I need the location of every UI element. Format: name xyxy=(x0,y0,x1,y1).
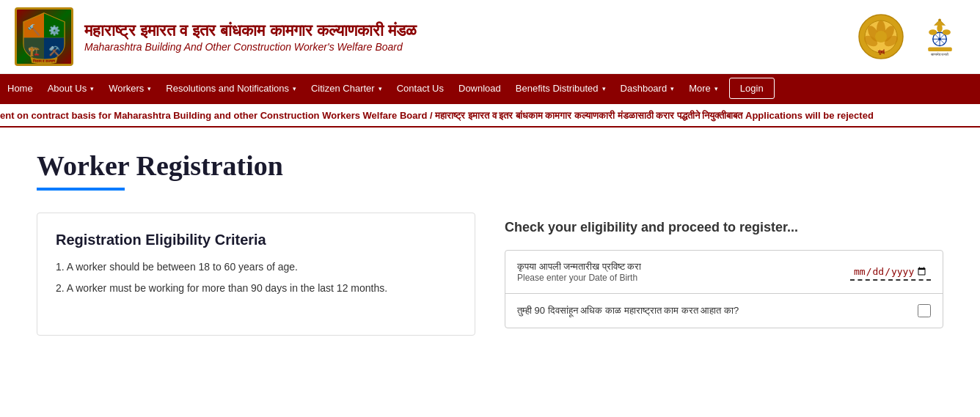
nav-items: Home About Us▾ Workers▾ Resolutions and … xyxy=(0,74,775,103)
svg-point-18 xyxy=(875,31,887,43)
dob-input[interactable] xyxy=(850,264,931,281)
ashoka-emblem-wrapper: सत्यमेव जयते xyxy=(914,11,965,62)
news-ticker: ent on contract basis for Maharashtra Bu… xyxy=(0,103,980,128)
svg-text:⚙️: ⚙️ xyxy=(48,24,61,36)
nav-item-login[interactable]: Login xyxy=(725,78,775,99)
nav-item-dashboard[interactable]: Dashboard▾ xyxy=(613,74,682,103)
eligibility-point-2: 2. A worker must be working for more tha… xyxy=(56,281,456,296)
navbar: Home About Us▾ Workers▾ Resolutions and … xyxy=(0,74,980,103)
marathi-title: महाराष्ट्र इमारत व इतर बांधकाम कामगार कल… xyxy=(84,21,417,42)
chevron-down-icon: ▾ xyxy=(670,85,674,92)
nav-item-contact[interactable]: Contact Us xyxy=(390,74,451,103)
eligibility-point-1: 1. A worker should be between 18 to 60 y… xyxy=(56,259,456,275)
ticker-text: ent on contract basis for Maharashtra Bu… xyxy=(0,110,874,122)
logo-shield: 🔨 ⚙️ 🏗️ ⚒️ निकाम व कल्याण xyxy=(15,7,73,66)
english-title: Maharashtra Building And Other Construct… xyxy=(84,41,417,53)
nav-link-workers[interactable]: Workers▾ xyxy=(101,74,158,103)
nav-link-more[interactable]: More▾ xyxy=(681,74,725,103)
dob-row: कृपया आपली जन्मतारीख प्रविष्ट करा Please… xyxy=(505,251,943,294)
chevron-down-icon: ▾ xyxy=(714,85,718,92)
days-row: तुम्ही 90 दिवसांहून अधिक काळ महाराष्ट्रा… xyxy=(505,294,943,328)
svg-rect-20 xyxy=(928,47,952,51)
header: 🔨 ⚙️ 🏗️ ⚒️ निकाम व कल्याण महाराष्ट्र इमा… xyxy=(0,0,980,74)
nav-item-citizen[interactable]: Citizen Charter▾ xyxy=(304,74,390,103)
dob-input-wrapper[interactable] xyxy=(850,264,931,281)
lotus-emblem: मुंबई xyxy=(855,11,907,62)
svg-text:⚒️: ⚒️ xyxy=(48,45,61,56)
svg-text:🔨: 🔨 xyxy=(27,23,41,36)
check-title: Check your eligibility and proceed to re… xyxy=(505,220,943,235)
nav-item-download[interactable]: Download xyxy=(451,74,508,103)
chevron-down-icon: ▾ xyxy=(293,85,296,92)
nav-item-workers[interactable]: Workers▾ xyxy=(101,74,158,103)
main-content: Worker Registration Registration Eligibi… xyxy=(0,128,980,358)
chevron-down-icon: ▾ xyxy=(379,85,382,92)
dob-english-label: Please enter your Date of Birth xyxy=(517,273,850,283)
svg-text:सत्यमेव जयते: सत्यमेव जयते xyxy=(929,51,948,56)
nav-link-login[interactable]: Login xyxy=(729,78,775,99)
chevron-down-icon: ▾ xyxy=(147,85,151,92)
svg-point-28 xyxy=(942,29,950,34)
nav-link-download[interactable]: Download xyxy=(451,74,508,103)
chevron-down-icon: ▾ xyxy=(602,85,606,92)
nav-link-about[interactable]: About Us▾ xyxy=(40,74,101,103)
eligibility-box: Registration Eligibility Criteria 1. A w… xyxy=(37,213,475,336)
svg-point-30 xyxy=(938,18,941,21)
chevron-down-icon: ▾ xyxy=(90,85,94,92)
days-input-wrapper[interactable] xyxy=(918,304,931,317)
eligibility-title: Registration Eligibility Criteria xyxy=(56,232,456,248)
nav-item-more[interactable]: More▾ xyxy=(681,74,725,103)
days-label: तुम्ही 90 दिवसांहून अधिक काळ महाराष्ट्रा… xyxy=(517,305,918,317)
header-text: महाराष्ट्र इमारत व इतर बांधकाम कामगार कल… xyxy=(84,21,417,53)
svg-text:निकाम व कल्याण: निकाम व कल्याण xyxy=(32,58,56,62)
title-underline xyxy=(37,188,125,191)
eligibility-list: 1. A worker should be between 18 to 60 y… xyxy=(56,259,456,296)
nav-item-about[interactable]: About Us▾ xyxy=(40,74,101,103)
nav-link-citizen[interactable]: Citizen Charter▾ xyxy=(304,74,390,103)
days-marathi-label: तुम्ही 90 दिवसांहून अधिक काळ महाराष्ट्रा… xyxy=(517,305,918,317)
page-title-section: Worker Registration xyxy=(37,150,943,191)
nav-item-home[interactable]: Home xyxy=(0,74,40,103)
nav-link-resolutions[interactable]: Resolutions and Notifications▾ xyxy=(158,74,304,103)
nav-item-benefits[interactable]: Benefits Distributed▾ xyxy=(508,74,613,103)
page-title: Worker Registration xyxy=(37,150,943,182)
check-eligibility: Check your eligibility and proceed to re… xyxy=(505,213,943,336)
nav-link-benefits[interactable]: Benefits Distributed▾ xyxy=(508,74,613,103)
nav-link-home[interactable]: Home xyxy=(0,74,40,103)
nav-item-resolutions[interactable]: Resolutions and Notifications▾ xyxy=(158,74,304,103)
dob-label: कृपया आपली जन्मतारीख प्रविष्ट करा Please… xyxy=(517,261,850,283)
days-checkbox[interactable] xyxy=(918,304,931,317)
content-grid: Registration Eligibility Criteria 1. A w… xyxy=(37,213,943,336)
svg-point-27 xyxy=(929,29,937,34)
header-right: मुंबई xyxy=(855,11,965,62)
ashoka-emblem: सत्यमेव जयते xyxy=(914,11,965,62)
nav-link-contact[interactable]: Contact Us xyxy=(390,74,451,103)
dob-marathi-label: कृपया आपली जन्मतारीख प्रविष्ट करा xyxy=(517,261,850,273)
svg-text:मुंबई: मुंबई xyxy=(877,49,885,55)
header-left: 🔨 ⚙️ 🏗️ ⚒️ निकाम व कल्याण महाराष्ट्र इमा… xyxy=(15,7,417,66)
nav-link-dashboard[interactable]: Dashboard▾ xyxy=(613,74,682,103)
svg-text:🏗️: 🏗️ xyxy=(28,45,40,56)
eligibility-form: कृपया आपली जन्मतारीख प्रविष्ट करा Please… xyxy=(505,250,943,328)
